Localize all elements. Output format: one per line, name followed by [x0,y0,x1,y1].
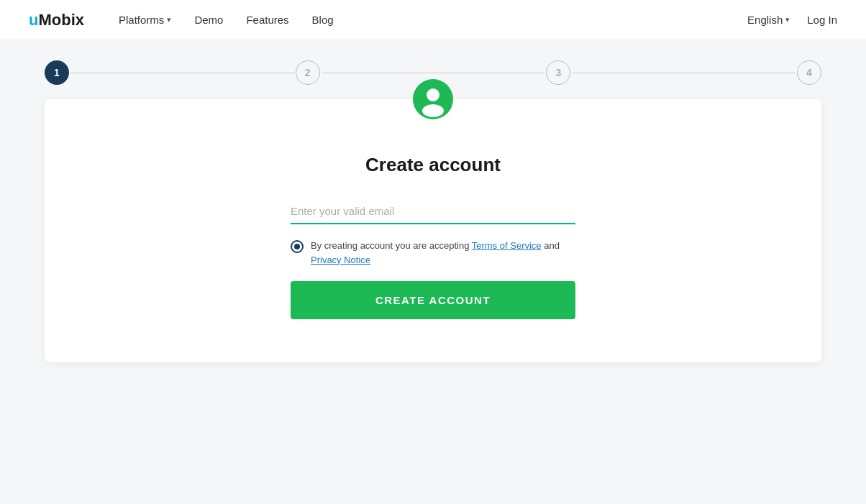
card-title: Create account [365,154,501,176]
create-account-button[interactable]: CREATE ACCOUNT [291,281,575,319]
step-line-2 [322,73,545,73]
create-account-card: Create account By creating account you a… [45,99,821,362]
logo-mobix: Mobix [38,11,84,29]
tos-radio[interactable] [291,240,304,253]
svg-point-1 [427,88,439,101]
svg-point-2 [422,104,444,117]
tos-checkbox-row: By creating account you are accepting Te… [291,239,575,267]
nav-demo[interactable]: Demo [194,14,223,26]
navigation: uMobix Platforms ▾ Demo Features Blog En… [0,0,866,40]
nav-platforms[interactable]: Platforms ▾ [119,14,171,26]
logo[interactable]: uMobix [29,11,84,29]
chevron-down-icon: ▾ [785,15,790,24]
step-3: 3 [546,60,570,85]
logo-u: u [29,11,38,29]
step-4: 4 [797,60,821,85]
nav-login[interactable]: Log In [807,14,837,26]
nav-features[interactable]: Features [246,14,288,26]
nav-right: English ▾ Log In [747,14,837,26]
step-1: 1 [45,60,69,85]
avatar-icon [413,79,453,119]
privacy-link[interactable]: Privacy Notice [311,255,370,265]
email-input-wrapper [291,199,575,224]
main-content: Create account By creating account you a… [0,99,866,406]
chevron-down-icon: ▾ [167,15,171,24]
nav-blog[interactable]: Blog [312,14,334,26]
tos-label: By creating account you are accepting Te… [311,239,575,267]
step-line-1 [70,73,294,73]
nav-links: Platforms ▾ Demo Features Blog [119,14,747,26]
step-2: 2 [296,60,320,85]
form-wrapper: By creating account you are accepting Te… [291,199,575,319]
nav-language[interactable]: English ▾ [747,14,790,26]
tos-link[interactable]: Terms of Service [472,240,542,251]
step-line-3 [572,73,796,73]
email-input[interactable] [291,199,575,224]
radio-inner [294,244,300,249]
